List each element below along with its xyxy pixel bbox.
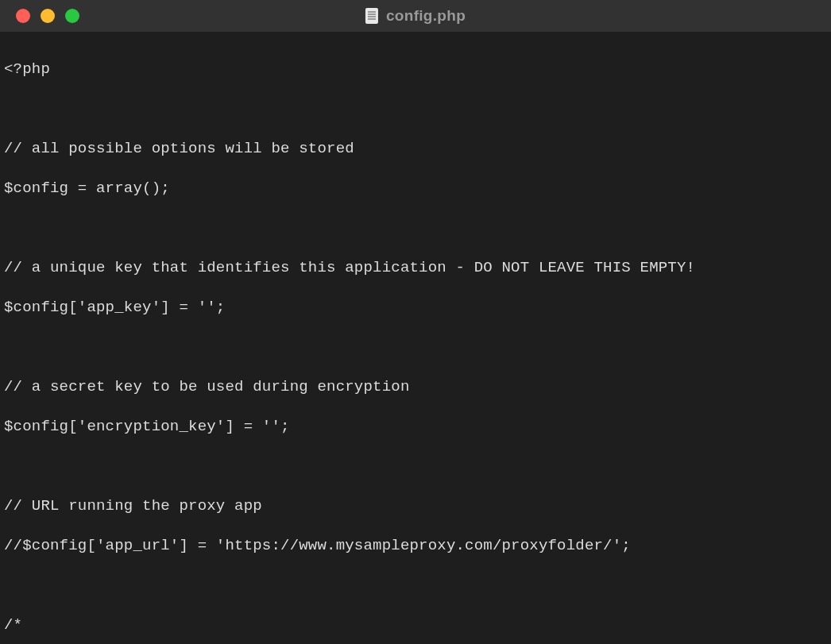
- code-line: [4, 337, 827, 357]
- code-line: // URL running the proxy app: [4, 496, 827, 516]
- code-line: /*: [4, 615, 827, 635]
- code-line: $config['encryption_key'] = '';: [4, 417, 827, 437]
- file-icon: [365, 8, 378, 24]
- maximize-button[interactable]: [65, 9, 79, 23]
- code-line: $config = array();: [4, 179, 827, 199]
- traffic-lights: [0, 9, 79, 23]
- code-line: [4, 99, 827, 119]
- code-line: <?php: [4, 60, 827, 79]
- code-line: // a unique key that identifies this app…: [4, 258, 827, 278]
- code-line: //$config['app_url'] = 'https://www.mysa…: [4, 536, 827, 556]
- window-titlebar: config.php: [0, 0, 831, 32]
- close-button[interactable]: [16, 9, 30, 23]
- minimize-button[interactable]: [41, 9, 55, 23]
- code-editor[interactable]: <?php // all possible options will be st…: [0, 32, 831, 644]
- window-title: config.php: [386, 7, 466, 25]
- code-line: [4, 457, 827, 476]
- code-line: // a secret key to be used during encryp…: [4, 377, 827, 397]
- code-line: $config['app_key'] = '';: [4, 298, 827, 318]
- code-line: [4, 218, 827, 238]
- code-line: // all possible options will be stored: [4, 139, 827, 159]
- code-line: [4, 576, 827, 596]
- title-center: config.php: [365, 7, 466, 25]
